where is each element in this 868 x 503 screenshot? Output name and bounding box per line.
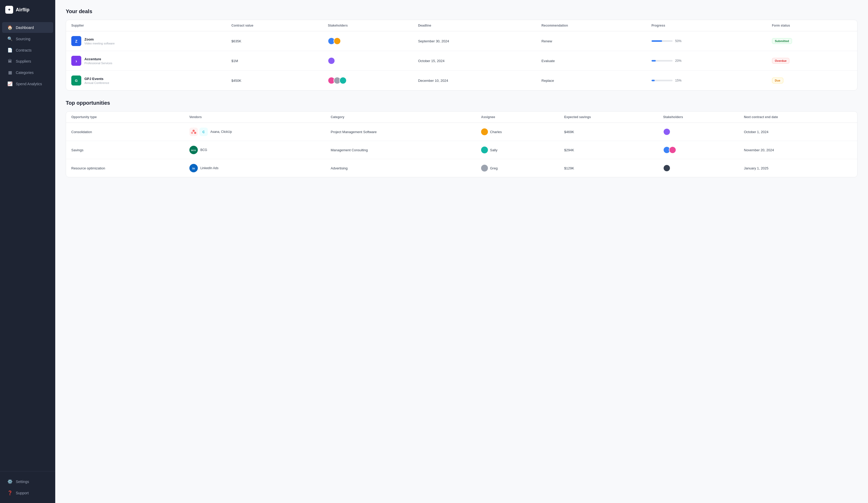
app-name: Airflip xyxy=(16,7,30,13)
assignee-name: Greg xyxy=(490,166,498,170)
sidebar-item-support[interactable]: ❓ Support xyxy=(2,487,53,498)
form-status-cell: Due xyxy=(767,71,857,91)
supplier-name: Zoom xyxy=(84,37,115,41)
table-row[interactable]: › Accenture Professional Services $1M Oc… xyxy=(66,51,857,71)
col-deadline: Deadline xyxy=(413,20,536,31)
svg-text:G: G xyxy=(75,79,78,83)
svg-point-9 xyxy=(194,132,196,134)
supplier-logo: Z xyxy=(71,36,81,46)
svg-point-8 xyxy=(191,132,193,134)
main-content: Your deals Supplier Contract value Stake… xyxy=(55,0,868,503)
progress-cell: 20% xyxy=(646,51,767,71)
opp-stakeholders-cell xyxy=(658,123,738,141)
category: Advertising xyxy=(326,159,476,177)
vendor-names: BCG xyxy=(200,148,207,152)
sidebar-item-suppliers[interactable]: 🏛 Suppliers xyxy=(2,56,53,66)
col-vendors: Vendors xyxy=(184,112,326,123)
recommendation: Replace xyxy=(536,71,646,91)
stakeholders-cell xyxy=(322,31,413,51)
supplier-cell: › Accenture Professional Services xyxy=(66,51,226,71)
progress-percent: 20% xyxy=(675,59,682,63)
col-opp-stakeholders: Stakeholders xyxy=(658,112,738,123)
status-badge: Submitted xyxy=(772,38,792,44)
sidebar-item-dashboard[interactable]: 🏠 Dashboard xyxy=(2,22,53,33)
opportunities-table: Opportunity type Vendors Category Assign… xyxy=(66,112,857,177)
assignee-avatar xyxy=(481,165,488,172)
col-form-status: Form status xyxy=(767,20,857,31)
progress-bar xyxy=(652,60,673,62)
col-opp-type: Opportunity type xyxy=(66,112,184,123)
svg-text:BCG: BCG xyxy=(191,149,196,152)
sidebar-item-label: Spend Analytics xyxy=(16,82,42,86)
status-badge: Overdue xyxy=(772,58,789,64)
progress-percent: 50% xyxy=(675,39,682,43)
vendor-logo-bcg: BCG xyxy=(189,146,198,154)
sidebar-item-label: Suppliers xyxy=(16,59,31,63)
end-date: January 1, 2025 xyxy=(738,159,857,177)
assignee-avatar xyxy=(481,146,488,153)
category: Project Management Software xyxy=(326,123,476,141)
vendor-names: LinkedIn Ads xyxy=(200,166,219,170)
vendor-logo-asana xyxy=(189,127,198,136)
assignee-name: Charles xyxy=(490,130,502,134)
chart-icon: 📈 xyxy=(7,81,13,86)
table-row[interactable]: Savings BCG BCG Management Consulting Sa… xyxy=(66,141,857,159)
table-row[interactable]: Resource optimization in LinkedIn Ads Ad… xyxy=(66,159,857,177)
opp-stakeholders xyxy=(663,128,733,135)
vendor-logo-linkedin: in xyxy=(189,164,198,172)
app-logo: ✦ Airflip xyxy=(0,0,55,20)
contract-value: $450K xyxy=(226,71,323,91)
progress-fill xyxy=(652,80,655,81)
svg-point-7 xyxy=(193,130,195,132)
opportunities-card: Opportunity type Vendors Category Assign… xyxy=(66,111,857,177)
category: Management Consulting xyxy=(326,141,476,159)
vendor-logo-clickup: C xyxy=(199,127,208,136)
avatar xyxy=(663,128,671,135)
form-status-cell: Submitted xyxy=(767,31,857,51)
avatar xyxy=(333,37,341,45)
assignee-cell: Charles xyxy=(481,129,554,135)
sidebar-item-label: Settings xyxy=(16,480,29,484)
table-row[interactable]: G GPJ Events Annual Conference $450K Dec… xyxy=(66,71,857,91)
col-recommendation: Recommendation xyxy=(536,20,646,31)
sidebar-item-categories[interactable]: ▦ Categories xyxy=(2,67,53,78)
opp-stakeholders-cell xyxy=(658,141,738,159)
opportunity-type: Savings xyxy=(66,141,184,159)
vendors-cell: BCG BCG xyxy=(184,141,326,159)
table-row[interactable]: Z Zoom Video meeting software $635K Sept… xyxy=(66,31,857,51)
status-badge: Due xyxy=(772,78,783,83)
sidebar-item-label: Categories xyxy=(16,71,34,75)
sidebar: ✦ Airflip 🏠 Dashboard 🔍 Sourcing 📄 Contr… xyxy=(0,0,55,503)
col-assignee: Assignee xyxy=(476,112,559,123)
opportunities-title: Top opportunities xyxy=(66,100,857,106)
progress-bar xyxy=(652,80,673,81)
building-icon: 🏛 xyxy=(7,59,13,64)
opp-stakeholders xyxy=(663,146,733,154)
col-contract-value: Contract value xyxy=(226,20,323,31)
stakeholder-avatars xyxy=(328,37,407,45)
assignee-name: Sally xyxy=(490,148,497,152)
form-status-cell: Overdue xyxy=(767,51,857,71)
assignee-avatar xyxy=(481,129,488,135)
expected-savings: $294K xyxy=(559,141,658,159)
deals-table: Supplier Contract value Stakeholders Dea… xyxy=(66,20,857,90)
sidebar-item-contracts[interactable]: 📄 Contracts xyxy=(2,45,53,55)
settings-icon: ⚙️ xyxy=(7,479,13,484)
search-icon: 🔍 xyxy=(7,36,13,41)
col-progress: Progress xyxy=(646,20,767,31)
table-row[interactable]: Consolidation C Asana, ClickUp Project M… xyxy=(66,123,857,141)
supplier-subtitle: Professional Services xyxy=(84,62,112,65)
vendor-logos: C Asana, ClickUp xyxy=(189,127,320,136)
avatar xyxy=(339,77,347,84)
vendors-cell: C Asana, ClickUp xyxy=(184,123,326,141)
col-end-date: Next contract end date xyxy=(738,112,857,123)
opportunities-header-row: Opportunity type Vendors Category Assign… xyxy=(66,112,857,123)
sidebar-item-settings[interactable]: ⚙️ Settings xyxy=(2,476,53,487)
supplier-name: GPJ Events xyxy=(84,77,109,81)
sidebar-item-spend-analytics[interactable]: 📈 Spend Analytics xyxy=(2,79,53,89)
progress-fill xyxy=(652,60,656,62)
home-icon: 🏠 xyxy=(7,25,13,30)
stakeholders-cell xyxy=(322,71,413,91)
vendors-cell: in LinkedIn Ads xyxy=(184,159,326,177)
sidebar-item-sourcing[interactable]: 🔍 Sourcing xyxy=(2,33,53,44)
